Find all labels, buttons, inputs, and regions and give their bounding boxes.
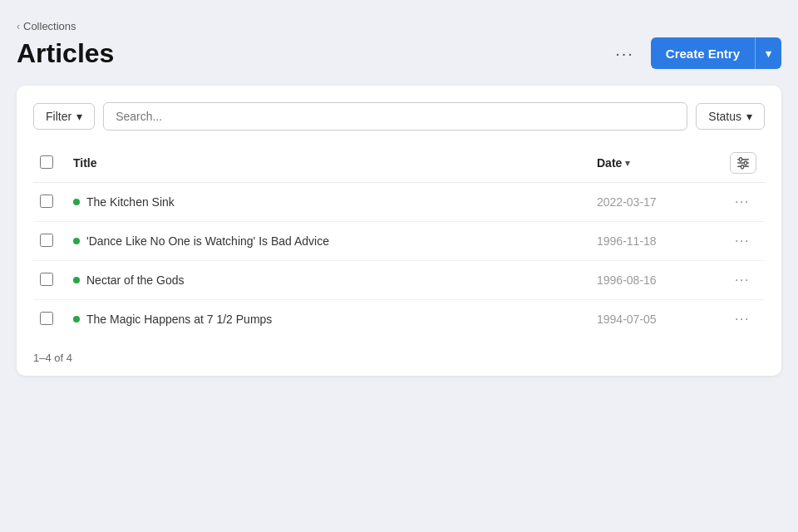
date-column-label: Date	[597, 156, 622, 170]
row-date-cell: 1994-07-05	[590, 300, 723, 339]
table-header-row: Title Date ▾	[33, 144, 765, 183]
row-checkbox-cell	[33, 222, 66, 261]
filter-label: Filter	[46, 110, 71, 123]
status-dot-icon	[73, 199, 80, 205]
status-dot-icon	[73, 316, 80, 323]
row-actions-cell: ···	[723, 261, 765, 300]
row-actions-cell: ···	[723, 183, 765, 222]
row-actions-cell: ···	[723, 222, 765, 261]
column-settings-icon	[736, 156, 750, 170]
row-more-button[interactable]: ···	[730, 310, 755, 328]
row-actions-cell: ···	[723, 300, 765, 339]
status-label: Status	[708, 110, 741, 123]
date-column-header[interactable]: Date ▾	[590, 144, 723, 183]
row-checkbox-cell	[33, 300, 66, 339]
row-more-button[interactable]: ···	[730, 193, 755, 211]
status-dot-icon	[73, 238, 80, 244]
select-all-checkbox[interactable]	[40, 155, 53, 169]
page-header: Articles ··· Create Entry ▾	[17, 37, 781, 69]
select-all-cell	[33, 144, 66, 183]
row-checkbox[interactable]	[40, 195, 53, 208]
row-title-cell: Nectar of the Gods	[66, 261, 590, 300]
row-title: The Magic Happens at 7 1/2 Pumps	[86, 313, 272, 326]
row-checkbox-cell	[33, 183, 66, 222]
svg-rect-4	[745, 161, 747, 165]
articles-table: Title Date ▾	[33, 144, 765, 338]
create-entry-label: Create Entry	[651, 38, 755, 69]
row-title: The Kitchen Sink	[86, 195, 175, 209]
filter-chevron-icon: ▾	[76, 110, 82, 123]
row-checkbox[interactable]	[40, 312, 53, 325]
pagination: 1–4 of 4	[33, 338, 765, 376]
table-row: Nectar of the Gods 1996-08-16 ···	[33, 261, 765, 300]
create-entry-button[interactable]: Create Entry ▾	[651, 37, 781, 69]
breadcrumb: ‹ Collections	[17, 20, 781, 32]
more-options-button[interactable]: ···	[608, 41, 641, 66]
create-entry-arrow-icon: ▾	[756, 39, 781, 68]
content-card: Filter ▾ Status ▾ Title Date	[17, 86, 781, 376]
row-more-button[interactable]: ···	[730, 232, 755, 250]
date-sort-icon: ▾	[625, 158, 630, 169]
svg-rect-3	[740, 158, 742, 162]
toolbar: Filter ▾ Status ▾	[33, 102, 765, 131]
status-dot-icon	[73, 277, 80, 283]
table-row: 'Dance Like No One is Watching' Is Bad A…	[33, 222, 765, 261]
search-input[interactable]	[103, 102, 687, 131]
table-row: The Kitchen Sink 2022-03-17 ···	[33, 183, 765, 222]
header-actions: ··· Create Entry ▾	[608, 37, 781, 69]
title-column-header: Title	[66, 144, 590, 183]
svg-rect-5	[741, 165, 744, 170]
row-title: 'Dance Like No One is Watching' Is Bad A…	[86, 234, 329, 248]
row-checkbox[interactable]	[40, 273, 53, 286]
row-title: Nectar of the Gods	[86, 273, 185, 287]
breadcrumb-chevron-icon: ‹	[17, 21, 20, 32]
actions-column-header	[723, 144, 765, 183]
row-more-button[interactable]: ···	[730, 271, 755, 289]
status-filter-button[interactable]: Status ▾	[696, 103, 765, 130]
row-date-cell: 1996-08-16	[590, 261, 723, 300]
row-title-cell: The Magic Happens at 7 1/2 Pumps	[66, 300, 590, 339]
table-row: The Magic Happens at 7 1/2 Pumps 1994-07…	[33, 300, 765, 339]
breadcrumb-collections-link[interactable]: Collections	[23, 20, 76, 32]
status-chevron-icon: ▾	[746, 110, 752, 123]
page-title: Articles	[17, 38, 114, 69]
row-date-cell: 1996-11-18	[590, 222, 723, 261]
row-date-cell: 2022-03-17	[590, 183, 723, 222]
row-checkbox[interactable]	[40, 234, 53, 247]
row-title-cell: 'Dance Like No One is Watching' Is Bad A…	[66, 222, 590, 261]
row-title-cell: The Kitchen Sink	[66, 183, 590, 222]
row-checkbox-cell	[33, 261, 66, 300]
filter-button[interactable]: Filter ▾	[33, 103, 95, 130]
column-settings-button[interactable]	[730, 152, 756, 174]
